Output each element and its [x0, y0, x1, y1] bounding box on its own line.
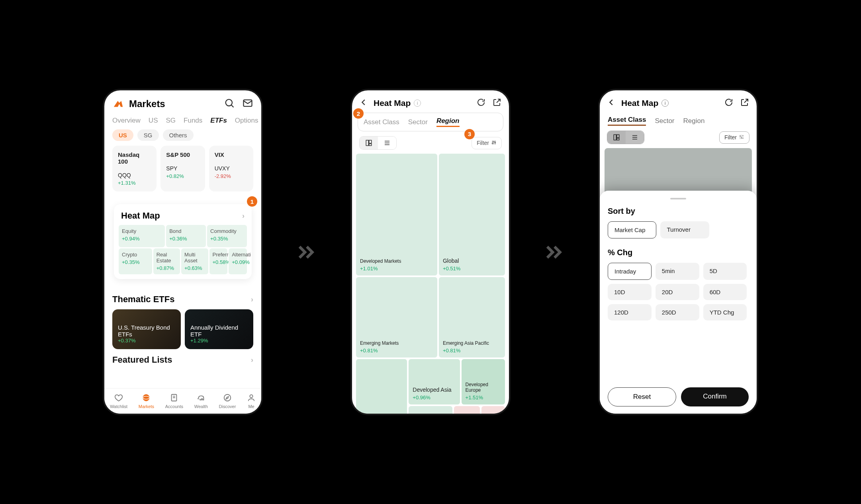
- cell-name: Preferred: [213, 252, 225, 258]
- class-tab-region[interactable]: Region: [683, 117, 705, 125]
- filter-button[interactable]: Filter: [472, 137, 502, 149]
- treemap-tile[interactable]: Latin-0.40%: [454, 406, 480, 415]
- heatmap-cell[interactable]: Real Estate+0.87%: [153, 248, 180, 274]
- nav-markets[interactable]: Markets: [139, 393, 154, 409]
- heatmap-cell[interactable]: Multi Asset+0.63%: [181, 248, 208, 274]
- nav-me[interactable]: Me: [247, 393, 256, 409]
- filter-button[interactable]: Filter: [719, 131, 749, 144]
- pct-option[interactable]: 10D: [608, 284, 652, 300]
- treemap-tile[interactable]: Middle-0.36%: [481, 406, 505, 415]
- pct-option[interactable]: 5min: [656, 263, 699, 280]
- tab-overview[interactable]: Overview: [112, 117, 141, 125]
- heatmap-mini-grid[interactable]: Equity+0.94%Bond+0.36%Commodity+0.35%Cry…: [119, 225, 247, 274]
- class-tab-asset[interactable]: Asset Class: [364, 118, 399, 126]
- chip-others[interactable]: Others: [163, 129, 194, 141]
- svg-point-10: [492, 143, 493, 144]
- cell-change: +0.94%: [122, 236, 162, 242]
- back-icon[interactable]: [359, 98, 368, 108]
- treemap-tile[interactable]: Global+0.51%: [439, 154, 505, 275]
- treemap-tile[interactable]: Broad Asia+1.02%: [356, 359, 407, 415]
- treemap-tile[interactable]: Developed Markets+1.01%: [356, 154, 437, 275]
- tab-funds[interactable]: Funds: [184, 117, 202, 125]
- treemap-tile[interactable]: Developed Europe+1.51%: [462, 359, 505, 404]
- pct-option[interactable]: 250D: [656, 304, 699, 320]
- page-title: Markets: [129, 98, 219, 109]
- arrow-right-icon: [542, 240, 566, 264]
- treemap-tile[interactable]: Japan+0.48%: [409, 406, 452, 415]
- info-icon[interactable]: i: [661, 100, 669, 107]
- cell-change: +0.36%: [169, 236, 203, 242]
- cell-name: Multi Asset: [184, 252, 205, 264]
- search-icon[interactable]: [224, 98, 235, 110]
- list-view-icon[interactable]: [378, 137, 396, 149]
- tab-sg[interactable]: SG: [166, 117, 176, 125]
- sort-option-turnover[interactable]: Turnover: [660, 221, 709, 238]
- featured-lists-title: Featured Lists: [112, 355, 172, 365]
- chevron-right-icon: ›: [242, 212, 245, 220]
- tab-etfs[interactable]: ETFs: [210, 117, 227, 125]
- bottom-nav: Watchlist Markets Accounts Wealth Discov…: [104, 388, 261, 414]
- heatmap-section[interactable]: Heat Map › Equity+0.94%Bond+0.36%Commodi…: [114, 204, 252, 279]
- cell-change: +0.35%: [210, 236, 244, 242]
- ticker-card[interactable]: S&P 500 SPY +0.82%: [160, 146, 205, 191]
- tab-us[interactable]: US: [149, 117, 158, 125]
- class-tab-asset[interactable]: Asset Class: [608, 116, 646, 126]
- cell-change: +0.35%: [122, 259, 149, 265]
- class-tab-sector[interactable]: Sector: [408, 118, 428, 126]
- external-link-icon[interactable]: [740, 98, 749, 109]
- sort-option-market-cap[interactable]: Market Cap: [608, 221, 656, 238]
- ticker-card[interactable]: Nasdaq 100 QQQ +1.31%: [112, 146, 157, 191]
- pct-option[interactable]: 20D: [656, 284, 699, 300]
- heatmap-cell[interactable]: Equity+0.94%: [119, 225, 165, 247]
- chip-sg[interactable]: SG: [137, 129, 159, 141]
- cell-name: Alternati: [232, 252, 244, 258]
- card-symbol: SPY: [166, 165, 199, 172]
- treemap-view-icon[interactable]: [360, 137, 378, 149]
- thematic-card[interactable]: Annually Dividend ETF +1.29%: [185, 309, 253, 349]
- treemap-grid[interactable]: Developed Markets+1.01%Global+0.51%Emerg…: [352, 154, 509, 415]
- treemap-tile[interactable]: Developed Asia+0.96%: [409, 359, 460, 404]
- card-symbol: UVXY: [215, 165, 248, 172]
- heatmap-cell[interactable]: Bond+0.36%: [166, 225, 206, 247]
- class-tab-region[interactable]: Region: [436, 117, 460, 127]
- nav-wealth[interactable]: Wealth: [194, 393, 208, 409]
- ticker-card[interactable]: VIX UVXY -2.92%: [209, 146, 253, 191]
- treemap-view-icon[interactable]: [607, 131, 626, 144]
- chevron-right-icon[interactable]: ›: [251, 295, 253, 304]
- nav-accounts[interactable]: Accounts: [165, 393, 183, 409]
- thematic-card[interactable]: U.S. Treasury Bond ETFs +0.37%: [112, 309, 181, 349]
- tile-label: Global: [443, 258, 501, 264]
- heatmap-cell[interactable]: Commodity+0.35%: [207, 225, 247, 247]
- heatmap-cell[interactable]: Alternati+0.09%: [229, 248, 247, 274]
- heatmap-cell[interactable]: Preferred+0.58%: [209, 248, 228, 274]
- header: Markets: [104, 90, 261, 113]
- nav-discover[interactable]: Discover: [219, 393, 236, 409]
- svg-rect-14: [617, 135, 619, 138]
- list-view-icon[interactable]: [626, 131, 644, 144]
- svg-point-11: [493, 141, 494, 142]
- refresh-icon[interactable]: [476, 98, 486, 109]
- info-icon[interactable]: i: [414, 100, 421, 107]
- reset-button[interactable]: Reset: [608, 387, 676, 406]
- tab-options[interactable]: Options: [235, 117, 258, 125]
- back-icon[interactable]: [607, 98, 616, 108]
- confirm-button[interactable]: Confirm: [681, 387, 749, 406]
- chevron-right-icon[interactable]: ›: [251, 356, 253, 364]
- pct-option[interactable]: Intraday: [608, 263, 652, 280]
- external-link-icon[interactable]: [492, 98, 502, 109]
- heatmap-cell[interactable]: Crypto+0.35%: [119, 248, 152, 274]
- pct-option[interactable]: YTD Chg: [703, 304, 747, 320]
- sheet-handle[interactable]: [670, 198, 686, 199]
- sliders-icon: [491, 140, 497, 147]
- treemap-tile[interactable]: Emerging Asia Pacific+0.81%: [439, 277, 505, 358]
- chip-us[interactable]: US: [112, 129, 133, 141]
- refresh-icon[interactable]: [724, 98, 734, 109]
- mail-icon[interactable]: [242, 98, 253, 110]
- nav-watchlist[interactable]: Watchlist: [110, 393, 127, 409]
- pct-option[interactable]: 60D: [703, 284, 747, 300]
- pct-option[interactable]: 120D: [608, 304, 652, 320]
- tile-label: Developed Europe: [466, 382, 501, 393]
- class-tab-sector[interactable]: Sector: [655, 117, 674, 125]
- pct-option[interactable]: 5D: [703, 263, 747, 280]
- treemap-tile[interactable]: Emerging Markets+0.81%: [356, 277, 437, 358]
